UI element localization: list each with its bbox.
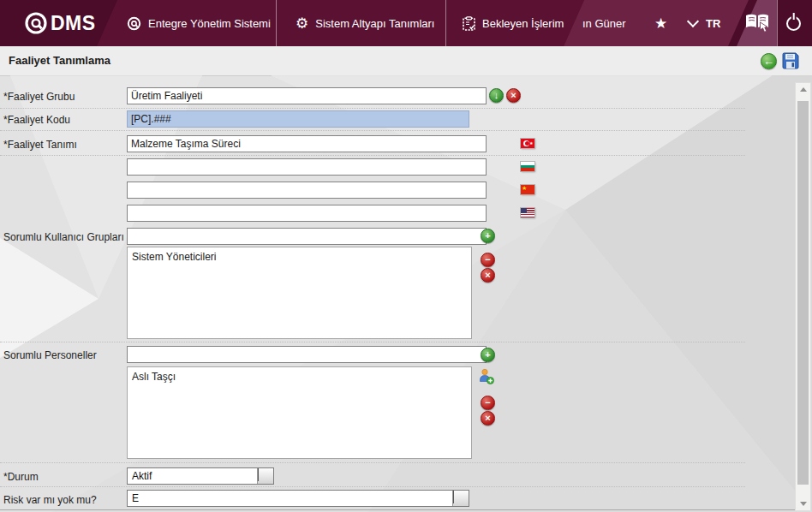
add-icon[interactable]: + (481, 348, 495, 362)
menu-entegre-yonetim-sistemi[interactable]: Entegre Yönetim Sistemi (127, 0, 271, 46)
faaliyet-kodu-input[interactable] (127, 110, 469, 128)
menu-bekleyen-islerim[interactable]: Bekleyen İşlerim (463, 0, 564, 46)
handbook-icon (744, 12, 770, 34)
language-label: TR (706, 17, 720, 30)
list-item[interactable]: Aslı Taşçı (129, 369, 469, 384)
topbar-separator (276, 0, 277, 46)
sorumlu-kullanici-gruplari-list[interactable]: Sistem Yöneticileri (127, 247, 472, 339)
menu-sistem-altyapi-tanimlari[interactable]: ⚙ Sistem Altyapı Tanımları (296, 0, 434, 46)
menu-item-label: Bekleyen İşlerim (482, 17, 564, 30)
topbar: DMS Entegre Yönetim Sistemi ⚙ Sistem Alt… (0, 0, 812, 46)
row-divider (0, 130, 745, 131)
back-icon[interactable]: ← (761, 53, 777, 69)
add-person-icon[interactable] (479, 368, 494, 384)
delete-icon[interactable]: × (481, 411, 495, 426)
row-divider (0, 108, 745, 109)
risk-select-value: E (132, 491, 139, 506)
faaliyet-kodu-label: *Faaliyet Kodu (3, 114, 70, 126)
usa-flag-icon (521, 208, 534, 217)
list-item[interactable]: Sistem Yöneticileri (129, 249, 469, 265)
turkey-flag-icon: ★ (521, 139, 534, 148)
faaliyet-tanimi-input[interactable] (127, 135, 487, 152)
risk-label: Risk var mı yok mu? (3, 494, 97, 506)
faaliyet-tanimi-translation-input-cn[interactable] (127, 182, 487, 199)
page-header: Faaliyet Tanımlama (0, 46, 812, 76)
faaliyet-grubu-label: *Faaliyet Grubu (3, 91, 75, 103)
faaliyet-tanimi-translation-input-bg[interactable] (127, 158, 487, 176)
user-name-label: ın Güner (582, 17, 626, 30)
favorites-button[interactable]: ★ (654, 0, 667, 46)
chevron-down-icon[interactable] (452, 491, 469, 506)
durum-label: *Durum (3, 471, 39, 483)
sorumlu-personeller-label: Sorumlu Personeller (3, 349, 97, 361)
durum-select-value: Aktif (132, 468, 152, 484)
save-icon[interactable] (782, 52, 799, 69)
delete-icon[interactable]: × (481, 268, 495, 283)
row-divider (0, 462, 745, 463)
remove-icon[interactable]: − (481, 396, 495, 410)
scroll-down-button[interactable] (796, 497, 810, 510)
bulgaria-flag-icon (521, 162, 534, 171)
help-handbook-button[interactable] (744, 0, 770, 46)
qdms-circle-icon (24, 11, 48, 35)
scroll-up-button[interactable] (796, 83, 810, 96)
topbar-separator (445, 0, 446, 46)
sorumlu-personeller-list[interactable]: Aslı Taşçı (127, 366, 472, 459)
menu-item-label: Entegre Yönetim Sistemi (148, 17, 271, 30)
language-selector[interactable]: TR (689, 0, 720, 46)
durum-select[interactable]: Aktif (127, 467, 274, 485)
logo-text: DMS (51, 12, 96, 35)
vertical-scrollbar[interactable] (795, 82, 811, 511)
select-down-icon[interactable]: ↓ (489, 88, 504, 103)
remove-icon[interactable]: − (481, 253, 495, 267)
china-flag-icon: ★ (521, 185, 534, 194)
clear-icon[interactable]: × (506, 88, 521, 103)
sorumlu-personeller-input[interactable] (127, 346, 487, 363)
topbar-separator (777, 0, 778, 46)
gear-icon: ⚙ (296, 16, 308, 31)
chevron-down-icon[interactable] (257, 468, 273, 484)
row-divider (0, 486, 745, 487)
qdms-logo[interactable]: DMS (24, 0, 96, 46)
chevron-down-icon (687, 15, 699, 27)
faaliyet-grubu-input[interactable] (127, 87, 487, 104)
menu-item-label: Sistem Altyapı Tanımları (315, 17, 434, 30)
risk-select[interactable]: E (127, 490, 469, 507)
power-icon (786, 16, 801, 31)
add-icon[interactable]: + (481, 229, 495, 243)
scrollbar-thumb[interactable] (797, 101, 809, 485)
user-name[interactable]: ın Güner (582, 0, 626, 46)
faaliyet-tanimi-translation-input-us[interactable] (127, 205, 487, 222)
qdms-circle-icon (127, 16, 141, 31)
triangle-up-icon (800, 87, 807, 92)
faaliyet-tanimi-label: *Faaliyet Tanımı (3, 139, 77, 151)
row-divider (0, 342, 745, 342)
sorumlu-kullanici-gruplari-label: Sorumlu Kullanıcı Grupları (3, 231, 124, 243)
page-title: Faaliyet Tanımlama (9, 46, 110, 74)
row-divider (0, 155, 745, 156)
qdms-window: DMS Entegre Yönetim Sistemi ⚙ Sistem Alt… (0, 0, 812, 512)
triangle-down-icon (800, 502, 807, 506)
bottom-edge (0, 509, 795, 510)
sorumlu-kullanici-gruplari-input[interactable] (127, 228, 487, 245)
clipboard-check-icon (463, 16, 475, 31)
star-icon: ★ (654, 16, 667, 31)
logout-button[interactable] (786, 0, 801, 46)
